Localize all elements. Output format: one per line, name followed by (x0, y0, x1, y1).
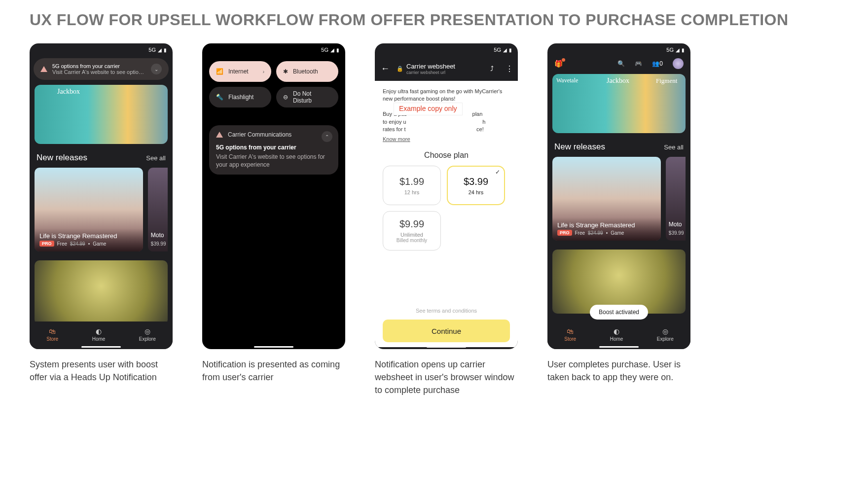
home-icon: ◐ (96, 327, 102, 335)
back-icon[interactable]: ← (381, 64, 390, 74)
continue-button[interactable]: Continue (383, 320, 510, 342)
plan-1-duration: 12 hrs (404, 189, 420, 195)
websheet-title: Carrier websheet (406, 63, 455, 70)
caption-2: Notification is presented as coming from… (202, 358, 345, 384)
home-indicator[interactable] (254, 346, 293, 348)
top-icon-row: 🎁 🔍 🎮 👥0 (547, 56, 690, 71)
home-indicator[interactable] (599, 346, 639, 348)
qs-flashlight[interactable]: 🔦 Flashlight (209, 87, 271, 107)
copy-line-2b: plan (472, 111, 483, 117)
search-icon[interactable]: 🔍 (617, 60, 625, 67)
avatar[interactable] (673, 58, 684, 69)
hun-title: 5G options from your carrier (52, 63, 146, 69)
plan-2-duration: 24 hrs (469, 189, 484, 195)
copy-line-3b: h (482, 119, 485, 125)
game-category: Game (611, 230, 624, 236)
copy-line-3a: to enjoy u (383, 119, 406, 125)
websheet-body: Enjoy ultra fast gaming on the go with M… (375, 81, 518, 347)
qs-dnd-label: Do Not Disturb (293, 90, 331, 104)
qs-dnd[interactable]: ⊖ Do Not Disturb (276, 87, 338, 107)
see-all-link[interactable]: See all (146, 154, 166, 162)
plan-option-3[interactable]: $9.99 Unlimited Billed monthly (383, 211, 441, 250)
nav-home[interactable]: ◐ Home (610, 327, 623, 342)
signal-icon: ◢ (158, 47, 162, 53)
game-card-side[interactable]: Moto $39.99 (148, 168, 168, 251)
explore-icon: ◎ (662, 327, 668, 335)
battery-icon: ▮ (509, 47, 512, 53)
websheet-copy: Enjoy ultra fast gaming on the go with M… (383, 88, 510, 133)
network-label: 5G (148, 47, 156, 53)
network-label: 5G (494, 47, 501, 53)
check-icon: ✓ (495, 169, 500, 176)
know-more-link[interactable]: Know more (383, 136, 510, 142)
boost-activated-toast: Boost activated (590, 305, 648, 320)
bottom-nav: 🛍 Store ◐ Home ◎ Explore (547, 321, 690, 349)
home-indicator[interactable] (427, 346, 466, 348)
network-label: 5G (666, 47, 674, 53)
store-icon: 🛍 (567, 327, 574, 335)
flashlight-icon: 🔦 (216, 94, 223, 101)
battery-icon: ▮ (336, 47, 339, 53)
controller-icon[interactable]: 🎮 (635, 60, 642, 67)
game-title: Life is Strange Remastered (557, 221, 656, 229)
nav-store-label: Store (46, 336, 58, 342)
qs-internet-label: Internet (228, 68, 249, 75)
copy-line-4a: rates for t (383, 126, 405, 132)
qs-internet[interactable]: 📶 Internet › (209, 61, 271, 82)
featured-card[interactable] (552, 250, 686, 314)
nav-store[interactable]: 🛍 Store (46, 327, 58, 342)
battery-icon: ▮ (164, 47, 167, 53)
home-indicator[interactable] (81, 346, 121, 348)
featured-card[interactable] (35, 260, 168, 324)
game-card-main[interactable]: Life is Strange Remastered PRO Free $24.… (552, 157, 661, 241)
hero-banner[interactable]: Jackbox (35, 85, 168, 144)
signal-icon: ◢ (503, 47, 507, 53)
bottom-nav: 🛍 Store ◐ Home ◎ Explore (30, 321, 173, 349)
bluetooth-icon: ✱ (283, 68, 288, 75)
nav-home[interactable]: ◐ Home (92, 327, 106, 342)
hero-label-mid: Jackbox (607, 77, 629, 85)
copy-line-4b: ce! (476, 126, 484, 132)
new-releases-heading: New releases (554, 142, 605, 152)
game-card-main[interactable]: Life is Strange Remastered PRO Free $24.… (35, 168, 143, 251)
friends-icon[interactable]: 👥0 (652, 60, 663, 67)
side-price: $39.99 (151, 241, 166, 247)
status-bar: 5G ◢ ▮ (375, 43, 518, 56)
bullet: • (606, 230, 608, 236)
nav-explore[interactable]: ◎ Explore (139, 327, 156, 342)
share-icon[interactable]: ⤴ (490, 65, 494, 72)
plan-option-1[interactable]: $1.99 12 hrs (383, 166, 441, 205)
nav-explore[interactable]: ◎ Explore (657, 327, 674, 342)
store-icon: 🛍 (49, 327, 56, 335)
page-title: UX FLOW FOR UPSELL WORKFLOW FROM OFFER P… (30, 10, 838, 30)
notification-card[interactable]: Carrier Communications ⌃ 5G options from… (209, 125, 338, 175)
network-label: 5G (321, 47, 328, 53)
signal-icon: ◢ (676, 47, 680, 53)
heads-up-notification[interactable]: 5G options from your carrier Visit Carri… (34, 58, 169, 80)
step-3: 5G ◢ ▮ ← 🔒 Carrier websheet carrier webs… (375, 43, 518, 396)
qs-bluetooth[interactable]: ✱ Bluetooth (276, 61, 338, 82)
nav-store[interactable]: 🛍 Store (564, 327, 576, 342)
phone-screen-1: 5G ◢ ▮ 5G options from your carrier Visi… (30, 43, 173, 349)
copy-line-1: Enjoy ultra fast gaming on the go with M… (383, 88, 502, 102)
chevron-up-icon[interactable]: ⌃ (322, 131, 332, 142)
nav-home-label: Home (92, 336, 106, 342)
signal-icon: ◢ (330, 47, 334, 53)
hero-banner[interactable]: Wavetale Jackbox Figment (552, 74, 686, 133)
see-all-link[interactable]: See all (664, 143, 684, 151)
terms-link[interactable]: See terms and conditions (383, 308, 510, 314)
flow-row: 5G ◢ ▮ 5G options from your carrier Visi… (30, 43, 838, 396)
more-icon[interactable]: ⋮ (506, 64, 512, 73)
plan-option-2[interactable]: ✓ $3.99 24 hrs (447, 166, 505, 205)
carrier-triangle-icon (216, 132, 223, 138)
gift-icon[interactable]: 🎁 (554, 60, 563, 68)
caption-3: Notification opens up carrier websheet i… (375, 358, 518, 396)
chevron-down-icon[interactable]: ⌄ (151, 64, 162, 74)
step-1: 5G ◢ ▮ 5G options from your carrier Visi… (30, 43, 173, 384)
explore-icon: ◎ (145, 327, 150, 335)
game-card-side[interactable]: Moto $39.99 (666, 157, 686, 241)
bullet: • (88, 241, 90, 247)
pro-badge: PRO (39, 241, 54, 247)
caption-1: System presents user with boost offer vi… (30, 358, 173, 384)
phone-screen-4: 5G ◢ ▮ 🎁 🔍 🎮 👥0 Wavetale Jackbox Figment… (547, 43, 690, 349)
